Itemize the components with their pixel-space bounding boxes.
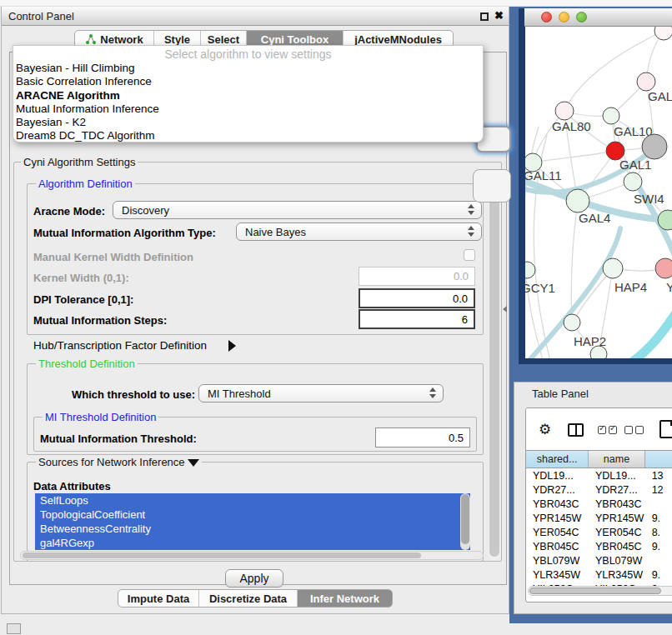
column-header[interactable]: name	[589, 451, 645, 468]
attributes-vertical-scrollbar[interactable]	[460, 493, 470, 550]
collapse-arrow-icon[interactable]	[188, 459, 199, 467]
columns-icon[interactable]	[568, 423, 584, 437]
table-horizontal-scrollbar[interactable]	[528, 586, 672, 596]
node-label: Y	[666, 280, 672, 294]
gear-icon[interactable]: ⚙	[539, 421, 551, 438]
kernel-width-label: Kernel Width (0,1):	[33, 272, 129, 284]
kernel-width-field[interactable]: 0.0	[359, 267, 475, 286]
table-row[interactable]: YDL19...YDL19...13	[526, 468, 672, 482]
network-node[interactable]	[654, 27, 672, 40]
network-node-gal[interactable]	[637, 72, 655, 91]
hub-definition-label: Hub/Transcription Factor Definition	[33, 339, 207, 352]
network-node-hap4[interactable]	[603, 258, 623, 278]
minimize-traffic-light-icon[interactable]	[559, 12, 569, 22]
network-node-gal10[interactable]	[603, 108, 619, 124]
network-icon	[85, 34, 96, 45]
network-node-gal80[interactable]	[555, 102, 574, 120]
table-cell: YBR043C	[589, 497, 645, 511]
which-threshold-combobox[interactable]: MI Threshold	[198, 384, 444, 402]
table-cell: YLR345W	[526, 568, 589, 582]
dropdown-item[interactable]: Bayesian - K2	[13, 116, 483, 129]
network-node-hap2[interactable]	[564, 314, 580, 331]
attribute-list-item[interactable]: TopologicalCoefficient	[35, 508, 470, 522]
table-row[interactable]: YPR145WYPR145W9.	[526, 511, 672, 525]
sources-title: Sources for Network Inference	[36, 456, 202, 468]
mi-threshold-label: Mutual Information Threshold:	[40, 432, 197, 445]
select-all-checks-icon[interactable]	[598, 426, 617, 434]
threshold-definition-title: Threshold Definition	[36, 358, 138, 370]
table-cell: YPR145W	[526, 511, 589, 525]
tab-label: Discretize Data	[209, 592, 287, 605]
table-cell: YBL079W	[526, 553, 589, 568]
apply-button[interactable]: Apply	[225, 569, 283, 588]
settings-vertical-scrollbar[interactable]	[489, 168, 500, 560]
network-node-gcy1[interactable]	[525, 262, 535, 278]
dropdown-item[interactable]: ARACNE Algorithm	[13, 89, 483, 102]
network-node[interactable]	[590, 346, 607, 358]
table-cell: 8.	[645, 525, 672, 539]
close-icon[interactable]: ✖	[494, 9, 504, 22]
dropdown-prompt: Select algorithm to view settings	[13, 48, 483, 62]
dropdown-item[interactable]: Mutual Information Inference	[13, 102, 483, 116]
network-view-window: GALGAL80GAL10GAL1GAL11SWI4GAL4GCY1HAP4YH…	[519, 8, 672, 364]
new-table-icon[interactable]	[659, 420, 672, 438]
table-cell: YBR045C	[526, 539, 589, 553]
dpi-tolerance-field[interactable]: 0.0	[359, 288, 475, 308]
aracne-mode-combobox[interactable]: Discovery	[113, 201, 482, 219]
attributes-horizontal-scrollbar[interactable]	[20, 551, 484, 560]
network-canvas[interactable]: GALGAL80GAL10GAL1GAL11SWI4GAL4GCY1HAP4YH…	[525, 27, 672, 358]
data-attributes-label: Data Attributes	[33, 480, 111, 492]
bottom-tabbar: Impute DataDiscretize DataInfer Network	[118, 589, 393, 608]
node-label: SWI4	[634, 192, 664, 206]
table-panel-inner: ⚙ shared...nameYDL19...YDL19...13YDR27..…	[525, 408, 672, 602]
table-toolbar: ⚙	[526, 408, 672, 450]
tab-impute-data[interactable]: Impute Data	[118, 590, 199, 607]
splitter-arrow-icon[interactable]	[503, 306, 507, 312]
group-title: Cyni Algorithm Settings	[21, 156, 138, 168]
close-traffic-light-icon[interactable]	[541, 12, 552, 22]
dropdown-item[interactable]: Dream8 DC_TDC Algorithm	[13, 129, 483, 142]
network-window-titlebar[interactable]	[524, 8, 672, 27]
attribute-list-item[interactable]: BetweennessCentrality	[35, 522, 470, 536]
mi-steps-field[interactable]: 6	[359, 309, 475, 329]
network-node-gal4[interactable]	[566, 189, 589, 212]
table-row[interactable]: YLR345WYLR345W9.	[526, 568, 672, 582]
mi-steps-label: Mutual Information Steps:	[33, 314, 167, 327]
table-cell	[645, 553, 672, 568]
control-panel-title: Control Panel	[8, 10, 74, 22]
column-header[interactable]	[645, 451, 672, 468]
table-row[interactable]: YBR043CYBR043C	[526, 497, 672, 511]
panel-grip-icon[interactable]	[7, 623, 21, 634]
table-row[interactable]: YBL079WYBL079W	[526, 553, 672, 568]
table-row[interactable]: YBR045CYBR045C9.	[526, 539, 672, 553]
column-header[interactable]: shared...	[526, 451, 589, 468]
table-row[interactable]: YDR27...YDR27...12	[526, 482, 672, 497]
tab-infer-network[interactable]: Infer Network	[298, 590, 392, 607]
table-row[interactable]: YER054CYER054C8.	[526, 525, 672, 539]
tab-label: Style	[164, 33, 190, 46]
mi-algorithm-type-combobox[interactable]: Naive Bayes	[236, 222, 482, 241]
table-cell: YDL19...	[526, 468, 589, 482]
table-header-row: shared...name	[526, 450, 672, 468]
deselect-all-checks-icon[interactable]	[624, 426, 644, 434]
tab-label: Select	[208, 33, 239, 46]
attribute-list-item[interactable]: gal4RGexp	[35, 536, 470, 550]
table-cell: 13	[645, 468, 672, 482]
which-threshold-label: Which threshold to use:	[72, 388, 195, 401]
manual-kernel-width-checkbox[interactable]	[464, 249, 475, 261]
table-cell: YBR043C	[526, 497, 589, 511]
tab-discretize-data[interactable]: Discretize Data	[199, 590, 298, 607]
attribute-list-item[interactable]: SelfLoops	[35, 493, 470, 508]
expand-arrow-icon[interactable]	[228, 340, 236, 352]
network-node[interactable]	[642, 134, 667, 159]
float-window-icon[interactable]	[480, 12, 489, 21]
dropdown-item[interactable]: Bayesian - Hill Climbing	[13, 62, 483, 75]
zoom-traffic-light-icon[interactable]	[576, 12, 587, 22]
mi-threshold-field[interactable]: 0.5	[375, 428, 470, 448]
node-label: HAP4	[614, 280, 647, 294]
table-cell: YDR27...	[589, 482, 645, 497]
network-node-swi4[interactable]	[624, 172, 642, 191]
dropdown-item[interactable]: Basic Correlation Inference	[13, 75, 483, 88]
network-node-y[interactable]	[655, 258, 672, 278]
data-attributes-list[interactable]: SelfLoopsTopologicalCoefficientBetweenne…	[35, 493, 470, 550]
